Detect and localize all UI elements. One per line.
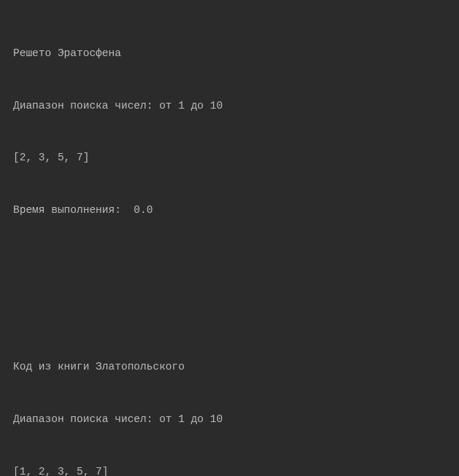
output-line: [2, 3, 5, 7] — [13, 149, 446, 167]
output-line: Диапазон поиска чисел: от 1 до 10 — [13, 98, 446, 115]
blank-line — [13, 254, 446, 272]
output-line: Время выполнения: 0.0 — [13, 202, 446, 219]
blank-line — [13, 307, 446, 324]
output-line: Решето Эратосфена — [13, 45, 446, 63]
output-line: Диапазон поиска чисел: от 1 до 10 — [13, 411, 446, 429]
output-line: [1, 2, 3, 5, 7] — [13, 464, 446, 476]
console-output: Решето Эратосфена Диапазон поиска чисел:… — [13, 10, 446, 476]
output-line: Код из книги Златопольского — [13, 359, 446, 376]
